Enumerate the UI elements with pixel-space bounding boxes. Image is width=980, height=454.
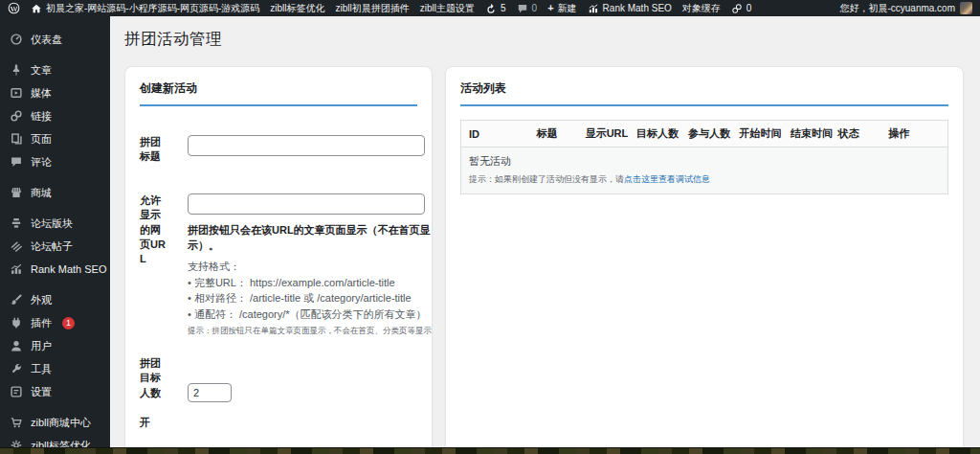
- sidebar-item-plugins[interactable]: 插件 1: [0, 311, 110, 334]
- url-input[interactable]: [188, 193, 425, 215]
- url-hint: 提示：拼团按钮只在单篇文章页面显示，不会在首页、分类页等显示: [188, 326, 417, 337]
- new-content-item[interactable]: + 新建: [547, 2, 576, 15]
- sidebar-item-zibll-shop-center[interactable]: zibll商城中心: [0, 411, 110, 434]
- title-input[interactable]: [188, 135, 425, 156]
- user-icon: [10, 339, 23, 352]
- field-row-url: 允许显示的网页URL 拼团按钮只会在该URL的文章页面显示（不在首页显示）。 支…: [140, 193, 417, 337]
- col-start: 开始时间: [731, 121, 782, 148]
- url-format-full: • 完整URL： https://example.com/article-tit…: [188, 275, 417, 291]
- site-name: 初晨之家-网站源码-小程序源码-网页源码-游戏源码: [46, 2, 259, 15]
- empty-state-hint: 提示：如果刚创建了活动但没有显示，请点击这里查看调试信息: [469, 173, 940, 186]
- comment-icon: [10, 155, 23, 169]
- sidebar-item-label: 评论: [31, 155, 52, 170]
- update-count: 5: [501, 3, 506, 13]
- plugin-icon: [10, 316, 23, 329]
- field-row-target: 拼团目标人数: [140, 356, 417, 402]
- sidebar-item-label: 论坛版块: [31, 216, 73, 231]
- media-icon: [10, 86, 23, 100]
- sidebar-item-media[interactable]: 媒体: [0, 81, 110, 104]
- adminbar-link-pintuan-plugin[interactable]: zibll初晨拼团插件: [336, 2, 410, 15]
- brush-icon: [10, 293, 23, 306]
- sidebar-item-comments[interactable]: 评论: [0, 150, 110, 173]
- home-icon: [31, 3, 42, 14]
- updates-item[interactable]: 5: [485, 3, 506, 14]
- activity-list-panel: 活动列表 ID 标题 显示URL 目标人数 参与人数 开始时间 结束时间: [445, 66, 964, 454]
- sidebar-item-users[interactable]: 用户: [0, 334, 110, 357]
- sidebar-item-tools[interactable]: 工具: [0, 357, 110, 380]
- chart-icon: [10, 262, 23, 276]
- wp-logo-icon[interactable]: [8, 2, 20, 14]
- sidebar-item-label: 外观: [31, 293, 52, 307]
- sidebar-item-label: Rank Math SEO: [31, 263, 106, 275]
- sidebar-item-links[interactable]: 链接: [0, 104, 110, 127]
- sidebar-item-label: zibll商城中心: [31, 416, 91, 430]
- rank-math-label: Rank Math SEO: [603, 3, 672, 13]
- comment-icon: [517, 3, 528, 14]
- sidebar-item-forum-posts[interactable]: 论坛帖子: [0, 235, 110, 258]
- url-format-wildcard: • 通配符： /category/*（匹配该分类下的所有文章）: [188, 306, 417, 323]
- col-end: 结束时间: [783, 121, 831, 148]
- site-menu[interactable]: 初晨之家-网站源码-小程序源码-网页源码-游戏源码: [31, 2, 259, 15]
- cache-links-item[interactable]: 0: [731, 3, 752, 14]
- field-row-title: 拼团标题: [140, 135, 417, 165]
- adminbar-link-tag-seo[interactable]: zibll标签优化: [270, 2, 324, 15]
- avatar: [960, 2, 972, 14]
- sidebar-item-label: 仪表盘: [31, 33, 62, 47]
- url-format-relative: • 相对路径： /article-title 或 /category/artic…: [188, 290, 417, 306]
- url-field-label: 允许显示的网页URL: [140, 193, 168, 337]
- empty-row: 暂无活动 提示：如果刚创建了活动但没有显示，请点击这里查看调试信息: [461, 148, 948, 194]
- col-actions: 操作: [880, 121, 947, 148]
- col-target: 目标人数: [629, 121, 680, 148]
- sidebar-item-appearance[interactable]: 外观: [0, 288, 110, 311]
- partial-field-label: 开: [140, 416, 168, 430]
- cart-icon: [10, 416, 23, 429]
- target-count-input[interactable]: [188, 383, 232, 402]
- sidebar-item-label: 页面: [31, 132, 52, 147]
- col-title: 标题: [529, 121, 578, 148]
- sidebar-item-label: 文章: [31, 63, 52, 78]
- sidebar-item-label: 用户: [31, 339, 52, 353]
- empty-state-text: 暂无活动: [469, 154, 940, 169]
- chart-icon: [588, 3, 599, 14]
- main-content: 拼团活动管理 创建新活动 拼团标题 允许显示的网页URL 拼团按钮只会在该URL…: [110, 16, 980, 454]
- hint-prefix: 提示：如果刚创建了活动但没有显示，请: [469, 174, 624, 184]
- sidebar-item-posts[interactable]: 文章: [0, 58, 110, 81]
- comment-count: 0: [532, 3, 538, 13]
- debug-info-link[interactable]: 点击这里查看调试信息: [624, 174, 710, 184]
- create-activity-panel: 创建新活动 拼团标题 允许显示的网页URL 拼团按钮只会在该URL的文章页面显示…: [124, 66, 433, 454]
- new-label: 新建: [558, 2, 577, 15]
- account-item[interactable]: 您好，初晨-ccyuanma.com: [839, 2, 972, 15]
- update-icon: [485, 3, 497, 14]
- comments-item[interactable]: 0: [517, 3, 538, 14]
- admin-sidebar: 仪表盘 文章 媒体 链接 页面 评论 商城 论坛版块 论坛帖子 Rank Mat…: [0, 16, 110, 454]
- col-participants: 参与人数: [680, 121, 731, 148]
- object-cache-item[interactable]: 对象缓存: [682, 2, 721, 15]
- sidebar-item-shop[interactable]: 商城: [0, 181, 110, 204]
- rank-math-item[interactable]: Rank Math SEO: [588, 3, 672, 14]
- url-desc-bold: 拼团按钮只会在该URL的文章页面显示（不在首页显示）。: [188, 223, 434, 254]
- col-status: 状态: [831, 121, 880, 148]
- table-header-row: ID 标题 显示URL 目标人数 参与人数 开始时间 结束时间 状态 操作: [461, 121, 948, 148]
- adminbar-link-theme-settings[interactable]: zibll主题设置: [420, 2, 475, 15]
- create-panel-title: 创建新活动: [140, 80, 417, 106]
- sidebar-item-label: 论坛帖子: [31, 239, 73, 254]
- slanted-lines-icon: [10, 239, 23, 253]
- sidebar-item-forum-boards[interactable]: 论坛版块: [0, 212, 110, 235]
- sliders-icon: [10, 385, 23, 398]
- activity-table: ID 标题 显示URL 目标人数 参与人数 开始时间 结束时间 状态 操作: [460, 120, 948, 194]
- target-field-label: 拼团目标人数: [140, 356, 168, 402]
- sidebar-item-settings[interactable]: 设置: [0, 380, 110, 403]
- sidebar-item-pages[interactable]: 页面: [0, 127, 110, 150]
- link-count: 0: [746, 3, 752, 13]
- url-formats-title: 支持格式：: [188, 260, 417, 275]
- sidebar-item-label: 设置: [31, 385, 52, 399]
- sidebar-item-rank-math[interactable]: Rank Math SEO: [0, 258, 110, 281]
- store-icon: [10, 186, 23, 199]
- sidebar-item-label: 工具: [31, 362, 52, 376]
- wrench-icon: [10, 362, 23, 375]
- col-url: 显示URL: [578, 121, 629, 148]
- title-field-label: 拼团标题: [140, 135, 168, 165]
- sidebar-item-dashboard[interactable]: 仪表盘: [0, 28, 110, 51]
- sidebar-item-label: 媒体: [31, 86, 52, 101]
- stacked-bars-icon: [10, 216, 23, 230]
